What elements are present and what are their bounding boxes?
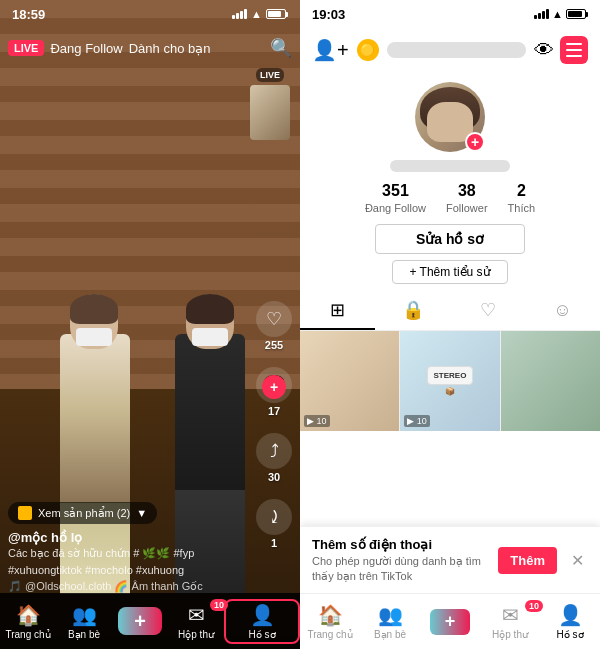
person-left-hair bbox=[70, 294, 118, 324]
heart-icon[interactable]: ♡ bbox=[256, 301, 292, 337]
video-duration-2: ▶ 10 bbox=[404, 415, 430, 427]
edit-profile-button[interactable]: Sửa hồ sơ bbox=[375, 224, 525, 254]
likes-label: Thích bbox=[508, 202, 536, 214]
profile-icon: 👤 bbox=[250, 603, 275, 627]
live-corner-overlay: LIVE bbox=[250, 68, 290, 140]
following-stat[interactable]: 351 Đang Follow bbox=[365, 182, 426, 214]
video-username: @mộc hồ lọ bbox=[8, 530, 250, 545]
add-button-left[interactable]: + bbox=[118, 607, 162, 635]
share-button[interactable]: ⤴ 30 bbox=[256, 433, 292, 483]
live-username[interactable]: Đang Follow bbox=[50, 41, 122, 56]
thumb-stereo: STEREO 📦 bbox=[427, 366, 474, 396]
nav-add-left[interactable]: + bbox=[112, 607, 168, 635]
interaction-overlay: + ♡ 255 💬 17 ⤴ 30 ⤸ 1 bbox=[256, 301, 292, 549]
save-button[interactable]: ⤸ 1 bbox=[256, 499, 292, 549]
nav-inbox-left[interactable]: ✉ Hộp thư 10 bbox=[168, 603, 224, 640]
wifi-right-icon: ▲ bbox=[552, 8, 563, 20]
battery-right-icon bbox=[566, 9, 588, 19]
eye-icon[interactable]: 👁 bbox=[534, 39, 554, 62]
nav-profile-right-label: Hồ sơ bbox=[557, 629, 584, 640]
wifi-icon: ▲ bbox=[251, 8, 262, 20]
tab-grid[interactable]: ⊞ bbox=[300, 292, 375, 330]
bottom-nav-right: 🏠 Trang chủ 👥 Bạn bè + ✉ Hộp thư 10 👤 Hồ… bbox=[300, 593, 600, 649]
add-bio-button[interactable]: + Thêm tiểu sử bbox=[392, 260, 507, 284]
tab-bar: ⊞ 🔒 ♡ ☺ bbox=[300, 292, 600, 331]
followers-stat[interactable]: 38 Follower bbox=[446, 182, 488, 214]
status-icons-left: ▲ bbox=[232, 8, 288, 20]
add-phone-text: Thêm số điện thoại Cho phép người dùng d… bbox=[312, 537, 488, 583]
close-banner-button[interactable]: ✕ bbox=[567, 551, 588, 570]
top-bar-right-icons: 👁 bbox=[534, 36, 588, 64]
tab-liked[interactable]: ♡ bbox=[450, 292, 525, 330]
nav-profile-right[interactable]: 👤 Hồ sơ bbox=[540, 603, 600, 640]
nav-add-right[interactable]: + bbox=[420, 609, 480, 635]
thumb-item-3[interactable] bbox=[501, 331, 600, 431]
status-icons-right: ▲ bbox=[534, 8, 588, 20]
nav-profile-left[interactable]: 👤 Hồ sơ bbox=[224, 599, 300, 644]
live-title: Dành cho bạn bbox=[129, 41, 211, 56]
inbox-right-icon: ✉ bbox=[502, 603, 519, 627]
menu-line-1 bbox=[566, 43, 582, 45]
stereo-label: STEREO bbox=[427, 366, 474, 385]
menu-line-3 bbox=[566, 55, 582, 57]
signal-icon bbox=[232, 9, 247, 19]
nav-friends-right-label: Bạn bè bbox=[374, 629, 406, 640]
share-icon[interactable]: ⤴ bbox=[256, 433, 292, 469]
add-button-right[interactable]: + bbox=[430, 609, 470, 635]
avatar-plus-icon[interactable]: + bbox=[465, 132, 485, 152]
thumb-item-1[interactable]: ▶ 10 bbox=[300, 331, 399, 431]
person-left-mask bbox=[76, 328, 112, 346]
likes-stat[interactable]: 2 Thích bbox=[508, 182, 536, 214]
status-time-right: 19:03 bbox=[312, 7, 345, 22]
nav-friends-label: Bạn bè bbox=[68, 629, 100, 640]
top-bar-right: 👤+ 🟡 👁 bbox=[300, 28, 600, 72]
inbox-icon: ✉ bbox=[188, 603, 205, 627]
tab-tagged[interactable]: ☺ bbox=[525, 292, 600, 330]
video-music: 🎵 @Oldschool.cloth 🌈 Âm thanh Gốc bbox=[8, 580, 250, 593]
inbox-right-badge: 10 bbox=[525, 600, 543, 612]
add-phone-title: Thêm số điện thoại bbox=[312, 537, 488, 552]
stats-row: 351 Đang Follow 38 Follower 2 Thích bbox=[365, 182, 535, 214]
username-display bbox=[390, 160, 510, 172]
friends-right-icon: 👥 bbox=[378, 603, 403, 627]
username-field bbox=[387, 42, 526, 58]
nav-inbox-right[interactable]: ✉ Hộp thư 10 bbox=[480, 603, 540, 640]
status-bar-right: 19:03 ▲ bbox=[300, 0, 600, 28]
add-user-icon[interactable]: 👤+ bbox=[312, 38, 349, 62]
thumb-item-2[interactable]: STEREO 📦 ▶ 10 bbox=[400, 331, 499, 431]
like-button[interactable]: ♡ 255 bbox=[256, 301, 292, 351]
save-count: 1 bbox=[271, 537, 277, 549]
live-mini-badge: LIVE bbox=[256, 68, 284, 82]
top-bar-left: 👤+ 🟡 bbox=[312, 38, 379, 62]
nav-friends-right[interactable]: 👥 Bạn bè bbox=[360, 603, 420, 640]
nav-friends-left[interactable]: 👥 Bạn bè bbox=[56, 603, 112, 640]
chevron-down-icon: ▼ bbox=[136, 507, 147, 519]
coin-icon[interactable]: 🟡 bbox=[357, 39, 379, 61]
video-bottom-info: Xem sản phẩm (2) ▼ @mộc hồ lọ Các bạc đá… bbox=[8, 502, 250, 593]
live-mini-thumb[interactable] bbox=[250, 85, 290, 140]
person-right-hair bbox=[186, 294, 234, 324]
nav-home-right-label: Trang chủ bbox=[307, 629, 352, 640]
nav-home-left[interactable]: 🏠 Trang chủ bbox=[0, 603, 56, 640]
search-icon[interactable]: 🔍 bbox=[270, 37, 292, 59]
add-phone-button[interactable]: Thêm bbox=[498, 547, 557, 574]
video-hashtags2: #xuhuongtiktok #mocholo #xuhuong bbox=[8, 564, 250, 576]
product-banner[interactable]: Xem sản phẩm (2) ▼ bbox=[8, 502, 157, 524]
tagged-icon: ☺ bbox=[553, 300, 571, 321]
nav-home-right[interactable]: 🏠 Trang chủ bbox=[300, 603, 360, 640]
tab-lock[interactable]: 🔒 bbox=[375, 292, 450, 330]
lock-icon: 🔒 bbox=[402, 299, 424, 321]
likes-count: 2 bbox=[517, 182, 526, 200]
menu-button[interactable] bbox=[560, 36, 588, 64]
left-panel: 18:59 ▲ LIVE Đang Follow Dành cho bạn 🔍 bbox=[0, 0, 300, 649]
home-icon: 🏠 bbox=[16, 603, 41, 627]
menu-line-2 bbox=[566, 49, 582, 51]
avatar-container: + bbox=[415, 82, 485, 152]
status-bar-left: 18:59 ▲ bbox=[0, 0, 300, 28]
liked-icon: ♡ bbox=[480, 299, 496, 321]
live-top-bar: LIVE Đang Follow Dành cho bạn 🔍 bbox=[0, 28, 300, 68]
followers-label: Follower bbox=[446, 202, 488, 214]
inbox-badge: 10 bbox=[210, 599, 228, 611]
save-icon[interactable]: ⤸ bbox=[256, 499, 292, 535]
status-time-left: 18:59 bbox=[12, 7, 45, 22]
